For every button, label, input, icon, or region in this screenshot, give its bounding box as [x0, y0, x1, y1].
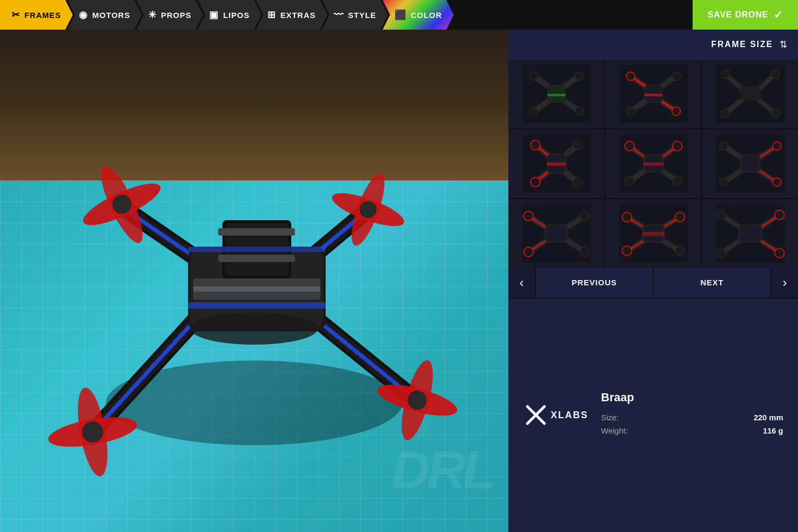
svg-rect-89	[547, 163, 566, 166]
frame-selection-grid	[508, 59, 798, 268]
svg-point-106	[625, 176, 634, 186]
svg-rect-51	[548, 94, 566, 96]
props-icon: ✳	[148, 9, 157, 21]
svg-point-52	[530, 72, 538, 80]
svg-point-93	[573, 177, 582, 187]
svg-rect-144	[642, 232, 665, 236]
save-drone-button[interactable]: SAVE DRONE ✓	[693, 0, 798, 30]
right-arrow-icon: ›	[783, 275, 787, 290]
brand-name-label: XLABS	[551, 410, 588, 421]
frame-item-9[interactable]	[702, 199, 798, 268]
frame-size-header[interactable]: FRAME SIZE ⇅	[508, 30, 798, 59]
tab-frames[interactable]: ✂ FRAMES	[0, 0, 73, 30]
tab-props[interactable]: ✳ PROPS	[137, 0, 203, 30]
svg-point-146	[675, 212, 685, 222]
frame-item-8[interactable]	[605, 199, 701, 268]
prev-arrow-button[interactable]: ‹	[508, 268, 535, 297]
svg-point-67	[672, 72, 680, 80]
extras-label: EXTRAS	[280, 11, 316, 20]
svg-point-54	[530, 107, 538, 115]
svg-point-53	[575, 72, 584, 80]
tab-motors[interactable]: ◉ MOTORS	[67, 0, 142, 30]
svg-point-76	[721, 70, 730, 78]
drone-name: Braap	[601, 391, 783, 404]
svg-rect-65	[644, 94, 662, 96]
drone-viewport: DRL	[0, 30, 508, 532]
weight-value: 116 g	[741, 426, 783, 435]
frame-item-7[interactable]	[508, 199, 604, 268]
svg-point-133	[580, 247, 589, 257]
frame-item-5[interactable]	[605, 129, 701, 198]
frame-item-6[interactable]	[702, 129, 798, 198]
weight-label: Weight:	[601, 426, 628, 435]
svg-point-105	[673, 141, 682, 151]
svg-point-38	[360, 201, 376, 218]
style-label: STYLE	[348, 11, 376, 20]
svg-rect-157	[740, 226, 760, 241]
svg-point-92	[531, 177, 540, 187]
save-drone-label: SAVE DRONE	[707, 10, 768, 20]
svg-point-40	[408, 391, 427, 410]
drl-watermark: DRL	[391, 439, 492, 500]
tab-extras[interactable]: ⊞ EXTRAS	[256, 0, 327, 30]
svg-rect-19	[218, 228, 295, 236]
drone-info-panel: XLABS Braap Size: 220 mm Weight: 116 g	[508, 299, 798, 533]
motors-label: MOTORS	[92, 11, 130, 20]
frame-navigation: ‹ PREVIOUS NEXT ›	[508, 268, 798, 297]
color-icon: ⬛	[394, 9, 407, 21]
svg-point-79	[771, 109, 779, 118]
svg-rect-41	[188, 302, 326, 309]
next-label: NEXT	[701, 278, 724, 287]
svg-point-68	[626, 107, 635, 115]
svg-rect-75	[740, 87, 761, 101]
tab-lipos[interactable]: ▣ LIPOS	[198, 0, 261, 30]
svg-point-119	[720, 178, 728, 186]
svg-point-130	[524, 211, 533, 221]
brand-logo: XLABS	[523, 402, 588, 428]
weight-spec-row: Weight: 116 g	[601, 426, 783, 435]
frame-item-3[interactable]	[702, 59, 798, 128]
svg-rect-20	[218, 255, 295, 262]
sort-icon[interactable]: ⇅	[779, 39, 787, 50]
svg-point-91	[573, 140, 582, 150]
next-button[interactable]: NEXT	[654, 268, 771, 297]
style-icon: 〰	[334, 10, 344, 21]
svg-point-131	[580, 211, 589, 221]
lipos-icon: ▣	[209, 9, 219, 21]
frame-item-2[interactable]	[605, 59, 701, 128]
frame-item-1[interactable]	[508, 59, 604, 128]
tab-color[interactable]: ⬛ COLOR	[383, 0, 454, 30]
lipos-label: LIPOS	[223, 11, 249, 20]
frame-size-label: FRAME SIZE	[711, 40, 773, 49]
svg-point-147	[622, 246, 632, 256]
next-arrow-button[interactable]: ›	[772, 268, 798, 297]
drone-specs: Braap Size: 220 mm Weight: 116 g	[601, 391, 783, 439]
previous-button[interactable]: PREVIOUS	[536, 268, 653, 297]
drone-display	[26, 59, 487, 493]
frame-item-4[interactable]	[508, 129, 604, 198]
svg-point-120	[773, 178, 781, 186]
svg-point-90	[531, 140, 540, 150]
svg-point-107	[673, 176, 682, 186]
svg-point-69	[672, 107, 680, 115]
props-label: PROPS	[161, 11, 192, 20]
svg-point-117	[720, 142, 728, 150]
extras-icon: ⊞	[267, 9, 276, 21]
svg-rect-16	[193, 286, 320, 292]
motors-icon: ◉	[79, 9, 88, 21]
svg-point-55	[575, 107, 584, 115]
svg-point-78	[721, 109, 730, 118]
svg-rect-116	[742, 156, 759, 171]
tab-style[interactable]: 〰 STYLE	[322, 0, 388, 30]
frames-label: FRAMES	[24, 11, 61, 20]
xlabs-logo-icon	[523, 402, 549, 428]
svg-point-39	[82, 421, 103, 443]
left-arrow-icon: ‹	[519, 275, 524, 290]
previous-label: PREVIOUS	[571, 278, 617, 287]
svg-point-145	[622, 212, 632, 222]
svg-point-104	[625, 141, 634, 151]
right-panel: FRAME SIZE ⇅	[508, 30, 798, 532]
color-label: COLOR	[411, 11, 442, 20]
svg-point-66	[626, 72, 635, 80]
svg-rect-42	[188, 247, 326, 252]
